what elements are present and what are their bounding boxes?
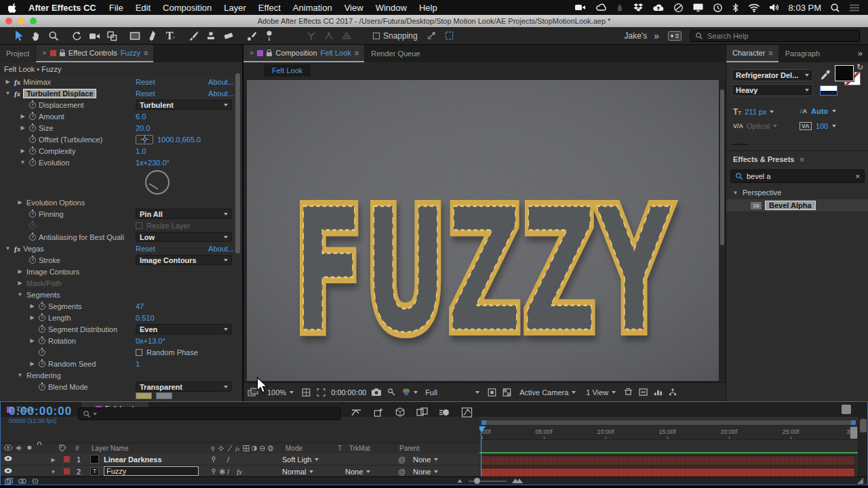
- tab-effect-controls[interactable]: × Effect Controls Fuzzy ≡: [36, 45, 153, 62]
- quality-switch-icon[interactable]: /: [227, 455, 229, 464]
- bluetooth-icon[interactable]: [732, 3, 739, 13]
- mini-flowchart-icon[interactable]: [351, 407, 362, 418]
- value-dropdown[interactable]: Image Contours: [136, 255, 232, 265]
- effects-presets-header[interactable]: Effects & Presets ≡: [726, 150, 868, 167]
- layer-name[interactable]: Linear Darkness: [104, 455, 162, 464]
- grid-guides-icon[interactable]: [301, 388, 311, 397]
- evolution-dial[interactable]: [145, 170, 170, 195]
- puppet-pin-tool[interactable]: [260, 28, 278, 43]
- menu-item-file[interactable]: File: [103, 3, 130, 13]
- kerning-caret[interactable]: [773, 125, 777, 127]
- twirl-icon[interactable]: ▼: [4, 90, 12, 96]
- window-title-bar[interactable]: Adobe After Effects CC 2017 - /Users/Fut…: [0, 15, 868, 27]
- layer-label-swatch[interactable]: [64, 456, 70, 462]
- lock-icon[interactable]: [267, 52, 272, 56]
- flowchart-icon[interactable]: [668, 388, 677, 396]
- expand-transfer-controls-icon[interactable]: [18, 478, 26, 485]
- value-dropdown[interactable]: Low: [136, 232, 232, 242]
- playhead[interactable]: [481, 426, 481, 476]
- menu-item-effect[interactable]: Effect: [252, 3, 287, 13]
- fx-switch-icon[interactable]: fx: [237, 468, 242, 476]
- panel-grip-icon[interactable]: [842, 405, 851, 414]
- spotlight-icon[interactable]: [830, 3, 840, 13]
- resolution-dropdown[interactable]: Full: [422, 388, 482, 396]
- twirl-icon[interactable]: ▶: [19, 148, 26, 154]
- layer-parent-dropdown[interactable]: None: [413, 468, 438, 476]
- layer-name-edit-field[interactable]: Fuzzy: [104, 466, 199, 476]
- brush-tool[interactable]: [184, 28, 202, 43]
- zoom-in-mountains-icon[interactable]: [512, 479, 523, 483]
- layer-label-swatch[interactable]: [64, 468, 70, 474]
- effect-name[interactable]: Turbulent Displace: [23, 89, 96, 98]
- snap-angle-icon[interactable]: [423, 28, 441, 43]
- tab-render-queue[interactable]: Render Queue: [365, 45, 426, 62]
- twirl-icon[interactable]: ▼: [19, 159, 26, 165]
- font-family-dropdown[interactable]: Refrigerator Del...: [732, 69, 813, 81]
- layer-trkmat-dropdown[interactable]: None: [345, 468, 370, 476]
- panel-menu-icon[interactable]: ≡: [800, 155, 804, 163]
- zoom-window-button[interactable]: [30, 18, 37, 24]
- effect-controls-scrollbar[interactable]: [235, 73, 240, 253]
- color-swatch[interactable]: [136, 392, 152, 399]
- resize-grip-icon[interactable]: [857, 478, 863, 484]
- effect-name[interactable]: Vegas: [23, 245, 44, 253]
- stopwatch-icon[interactable]: [39, 384, 45, 390]
- stopwatch-icon[interactable]: [39, 303, 45, 310]
- layer-visibility-icon[interactable]: [4, 455, 12, 462]
- twirl-icon[interactable]: ▶: [19, 125, 26, 131]
- stopwatch-icon[interactable]: [39, 326, 45, 333]
- about-link[interactable]: About...: [208, 89, 234, 98]
- twirl-icon[interactable]: ▶: [4, 79, 12, 85]
- display-icon[interactable]: [692, 3, 704, 12]
- value-text[interactable]: 1: [136, 360, 140, 368]
- tab-paragraph[interactable]: Paragraph: [779, 45, 826, 62]
- time-machine-icon[interactable]: [713, 3, 723, 13]
- layer-duration-bar-1[interactable]: [481, 455, 855, 466]
- value-dropdown[interactable]: Turbulent: [136, 100, 232, 110]
- comp-marker-bin[interactable]: [850, 426, 858, 439]
- layer-mode-dropdown[interactable]: Soft Ligh: [282, 455, 319, 464]
- live-update-icon[interactable]: [373, 407, 384, 418]
- effects-switch-icon[interactable]: ✻: [219, 468, 225, 476]
- tab-composition[interactable]: × Composition Felt Look ≡: [243, 45, 364, 62]
- tracking-caret[interactable]: [832, 125, 836, 127]
- close-window-button[interactable]: [5, 18, 12, 24]
- value-text[interactable]: 0x+13.0°: [136, 337, 165, 345]
- menu-item-edit[interactable]: Edit: [130, 3, 157, 13]
- menu-item-composition[interactable]: Composition: [157, 3, 218, 13]
- pixel-aspect-icon[interactable]: [638, 388, 648, 396]
- value-text[interactable]: 47: [136, 302, 144, 310]
- tab-project[interactable]: Project: [0, 45, 35, 62]
- snap-bounds-icon[interactable]: [441, 28, 458, 43]
- time-ruler[interactable]: 00f05:00f10:00f15:00f20:00f25:00f30:0: [479, 426, 858, 440]
- effect-item-label[interactable]: Bevel Alpha: [765, 201, 816, 210]
- parent-pickwhip-icon[interactable]: @: [398, 468, 406, 476]
- stroke-style-swatch[interactable]: [820, 85, 837, 96]
- menu-item-help[interactable]: Help: [413, 3, 443, 13]
- pen-tool[interactable]: [144, 28, 161, 43]
- collapse-switch-icon[interactable]: [210, 468, 217, 475]
- checkbox[interactable]: [136, 349, 142, 356]
- point-picker-icon[interactable]: [136, 135, 153, 144]
- eraser-tool[interactable]: [220, 28, 237, 43]
- timeline-graph-area[interactable]: 00f05:00f10:00f15:00f20:00f25:00f30:0: [479, 417, 858, 476]
- expand-layer-switches-icon[interactable]: [5, 478, 13, 485]
- about-link[interactable]: About...: [208, 78, 234, 86]
- collapse-switch-icon[interactable]: [210, 455, 217, 463]
- menu-item-window[interactable]: Window: [370, 3, 413, 13]
- zoom-slider-knob[interactable]: [474, 478, 480, 484]
- effect-name[interactable]: Minimax: [23, 78, 51, 86]
- snapshot-icon[interactable]: [371, 388, 382, 396]
- layer-row-2[interactable]: ▼ 2 T Fuzzy ✻ / fx Normal None @ None: [1, 466, 479, 476]
- value-dropdown[interactable]: Even: [136, 324, 232, 334]
- expand-inout-columns-icon[interactable]: [32, 478, 39, 485]
- fill-color-swatch[interactable]: [835, 65, 854, 81]
- transparency-grid-icon[interactable]: [502, 388, 512, 397]
- selection-tool[interactable]: [9, 28, 27, 43]
- clone-stamp-tool[interactable]: [202, 28, 220, 43]
- workspace-switcher-icon[interactable]: [666, 28, 684, 43]
- share-view-icon[interactable]: [623, 388, 633, 396]
- stopwatch-icon[interactable]: [29, 234, 36, 241]
- value-dropdown[interactable]: Pin All: [136, 209, 232, 219]
- exposure-icon[interactable]: [653, 388, 663, 396]
